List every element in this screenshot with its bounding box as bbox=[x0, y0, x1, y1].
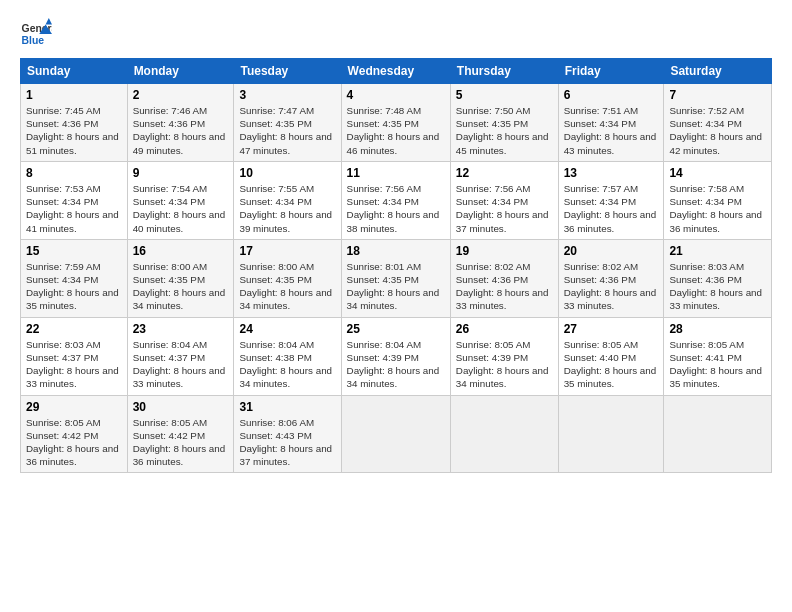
day-info: Sunrise: 7:46 AMSunset: 4:36 PMDaylight:… bbox=[133, 105, 226, 156]
day-info: Sunrise: 8:05 AMSunset: 4:39 PMDaylight:… bbox=[456, 339, 549, 390]
calendar-cell: 6 Sunrise: 7:51 AMSunset: 4:34 PMDayligh… bbox=[558, 84, 664, 162]
calendar-cell: 26 Sunrise: 8:05 AMSunset: 4:39 PMDaylig… bbox=[450, 317, 558, 395]
day-info: Sunrise: 7:48 AMSunset: 4:35 PMDaylight:… bbox=[347, 105, 440, 156]
calendar-cell: 20 Sunrise: 8:02 AMSunset: 4:36 PMDaylig… bbox=[558, 239, 664, 317]
day-number: 24 bbox=[239, 322, 335, 336]
day-info: Sunrise: 8:04 AMSunset: 4:39 PMDaylight:… bbox=[347, 339, 440, 390]
calendar-cell: 21 Sunrise: 8:03 AMSunset: 4:36 PMDaylig… bbox=[664, 239, 772, 317]
calendar-week-row: 15 Sunrise: 7:59 AMSunset: 4:34 PMDaylig… bbox=[21, 239, 772, 317]
calendar-week-row: 1 Sunrise: 7:45 AMSunset: 4:36 PMDayligh… bbox=[21, 84, 772, 162]
day-number: 29 bbox=[26, 400, 122, 414]
day-number: 23 bbox=[133, 322, 229, 336]
day-info: Sunrise: 8:05 AMSunset: 4:42 PMDaylight:… bbox=[26, 417, 119, 468]
day-number: 19 bbox=[456, 244, 553, 258]
day-info: Sunrise: 7:56 AMSunset: 4:34 PMDaylight:… bbox=[347, 183, 440, 234]
day-number: 8 bbox=[26, 166, 122, 180]
calendar-cell bbox=[450, 395, 558, 473]
calendar-cell: 3 Sunrise: 7:47 AMSunset: 4:35 PMDayligh… bbox=[234, 84, 341, 162]
calendar-cell: 1 Sunrise: 7:45 AMSunset: 4:36 PMDayligh… bbox=[21, 84, 128, 162]
day-number: 28 bbox=[669, 322, 766, 336]
day-number: 9 bbox=[133, 166, 229, 180]
header: General Blue bbox=[20, 18, 772, 50]
calendar-cell: 25 Sunrise: 8:04 AMSunset: 4:39 PMDaylig… bbox=[341, 317, 450, 395]
day-info: Sunrise: 8:00 AMSunset: 4:35 PMDaylight:… bbox=[133, 261, 226, 312]
logo: General Blue bbox=[20, 18, 58, 50]
day-number: 17 bbox=[239, 244, 335, 258]
calendar-cell: 17 Sunrise: 8:00 AMSunset: 4:35 PMDaylig… bbox=[234, 239, 341, 317]
calendar-header-row: Sunday Monday Tuesday Wednesday Thursday… bbox=[21, 59, 772, 84]
day-number: 26 bbox=[456, 322, 553, 336]
day-number: 16 bbox=[133, 244, 229, 258]
page: General Blue Sunday Monday Tuesday Wedne… bbox=[0, 0, 792, 612]
day-info: Sunrise: 7:47 AMSunset: 4:35 PMDaylight:… bbox=[239, 105, 332, 156]
day-number: 5 bbox=[456, 88, 553, 102]
day-info: Sunrise: 8:04 AMSunset: 4:37 PMDaylight:… bbox=[133, 339, 226, 390]
day-info: Sunrise: 7:57 AMSunset: 4:34 PMDaylight:… bbox=[564, 183, 657, 234]
day-number: 14 bbox=[669, 166, 766, 180]
calendar-week-row: 8 Sunrise: 7:53 AMSunset: 4:34 PMDayligh… bbox=[21, 161, 772, 239]
col-saturday: Saturday bbox=[664, 59, 772, 84]
calendar-cell: 5 Sunrise: 7:50 AMSunset: 4:35 PMDayligh… bbox=[450, 84, 558, 162]
calendar-cell: 30 Sunrise: 8:05 AMSunset: 4:42 PMDaylig… bbox=[127, 395, 234, 473]
day-number: 27 bbox=[564, 322, 659, 336]
svg-text:Blue: Blue bbox=[22, 35, 45, 46]
day-info: Sunrise: 8:02 AMSunset: 4:36 PMDaylight:… bbox=[456, 261, 549, 312]
day-number: 4 bbox=[347, 88, 445, 102]
calendar-cell: 10 Sunrise: 7:55 AMSunset: 4:34 PMDaylig… bbox=[234, 161, 341, 239]
day-info: Sunrise: 7:51 AMSunset: 4:34 PMDaylight:… bbox=[564, 105, 657, 156]
calendar-cell: 7 Sunrise: 7:52 AMSunset: 4:34 PMDayligh… bbox=[664, 84, 772, 162]
calendar-cell: 29 Sunrise: 8:05 AMSunset: 4:42 PMDaylig… bbox=[21, 395, 128, 473]
calendar-cell: 4 Sunrise: 7:48 AMSunset: 4:35 PMDayligh… bbox=[341, 84, 450, 162]
calendar-cell: 24 Sunrise: 8:04 AMSunset: 4:38 PMDaylig… bbox=[234, 317, 341, 395]
day-info: Sunrise: 8:04 AMSunset: 4:38 PMDaylight:… bbox=[239, 339, 332, 390]
day-number: 6 bbox=[564, 88, 659, 102]
day-number: 31 bbox=[239, 400, 335, 414]
day-number: 11 bbox=[347, 166, 445, 180]
calendar-cell: 19 Sunrise: 8:02 AMSunset: 4:36 PMDaylig… bbox=[450, 239, 558, 317]
logo-icon: General Blue bbox=[20, 18, 52, 50]
col-tuesday: Tuesday bbox=[234, 59, 341, 84]
day-info: Sunrise: 7:52 AMSunset: 4:34 PMDaylight:… bbox=[669, 105, 762, 156]
day-number: 30 bbox=[133, 400, 229, 414]
day-info: Sunrise: 7:59 AMSunset: 4:34 PMDaylight:… bbox=[26, 261, 119, 312]
day-number: 22 bbox=[26, 322, 122, 336]
col-thursday: Thursday bbox=[450, 59, 558, 84]
day-info: Sunrise: 8:03 AMSunset: 4:37 PMDaylight:… bbox=[26, 339, 119, 390]
day-number: 12 bbox=[456, 166, 553, 180]
day-info: Sunrise: 7:53 AMSunset: 4:34 PMDaylight:… bbox=[26, 183, 119, 234]
day-number: 18 bbox=[347, 244, 445, 258]
day-number: 7 bbox=[669, 88, 766, 102]
day-info: Sunrise: 8:00 AMSunset: 4:35 PMDaylight:… bbox=[239, 261, 332, 312]
day-info: Sunrise: 8:03 AMSunset: 4:36 PMDaylight:… bbox=[669, 261, 762, 312]
day-info: Sunrise: 7:58 AMSunset: 4:34 PMDaylight:… bbox=[669, 183, 762, 234]
col-friday: Friday bbox=[558, 59, 664, 84]
calendar-cell: 8 Sunrise: 7:53 AMSunset: 4:34 PMDayligh… bbox=[21, 161, 128, 239]
day-info: Sunrise: 7:56 AMSunset: 4:34 PMDaylight:… bbox=[456, 183, 549, 234]
calendar-week-row: 29 Sunrise: 8:05 AMSunset: 4:42 PMDaylig… bbox=[21, 395, 772, 473]
calendar-cell: 28 Sunrise: 8:05 AMSunset: 4:41 PMDaylig… bbox=[664, 317, 772, 395]
calendar-cell: 14 Sunrise: 7:58 AMSunset: 4:34 PMDaylig… bbox=[664, 161, 772, 239]
day-number: 13 bbox=[564, 166, 659, 180]
calendar-cell: 11 Sunrise: 7:56 AMSunset: 4:34 PMDaylig… bbox=[341, 161, 450, 239]
calendar-cell bbox=[558, 395, 664, 473]
calendar-week-row: 22 Sunrise: 8:03 AMSunset: 4:37 PMDaylig… bbox=[21, 317, 772, 395]
calendar-cell bbox=[341, 395, 450, 473]
day-info: Sunrise: 7:50 AMSunset: 4:35 PMDaylight:… bbox=[456, 105, 549, 156]
day-info: Sunrise: 8:05 AMSunset: 4:42 PMDaylight:… bbox=[133, 417, 226, 468]
day-info: Sunrise: 7:45 AMSunset: 4:36 PMDaylight:… bbox=[26, 105, 119, 156]
calendar-cell: 27 Sunrise: 8:05 AMSunset: 4:40 PMDaylig… bbox=[558, 317, 664, 395]
day-info: Sunrise: 8:06 AMSunset: 4:43 PMDaylight:… bbox=[239, 417, 332, 468]
day-number: 3 bbox=[239, 88, 335, 102]
col-sunday: Sunday bbox=[21, 59, 128, 84]
day-number: 2 bbox=[133, 88, 229, 102]
day-info: Sunrise: 8:02 AMSunset: 4:36 PMDaylight:… bbox=[564, 261, 657, 312]
day-info: Sunrise: 7:54 AMSunset: 4:34 PMDaylight:… bbox=[133, 183, 226, 234]
svg-marker-2 bbox=[46, 18, 52, 24]
day-number: 10 bbox=[239, 166, 335, 180]
calendar-cell: 16 Sunrise: 8:00 AMSunset: 4:35 PMDaylig… bbox=[127, 239, 234, 317]
day-number: 21 bbox=[669, 244, 766, 258]
col-monday: Monday bbox=[127, 59, 234, 84]
calendar-cell: 18 Sunrise: 8:01 AMSunset: 4:35 PMDaylig… bbox=[341, 239, 450, 317]
day-info: Sunrise: 8:01 AMSunset: 4:35 PMDaylight:… bbox=[347, 261, 440, 312]
calendar-cell: 15 Sunrise: 7:59 AMSunset: 4:34 PMDaylig… bbox=[21, 239, 128, 317]
